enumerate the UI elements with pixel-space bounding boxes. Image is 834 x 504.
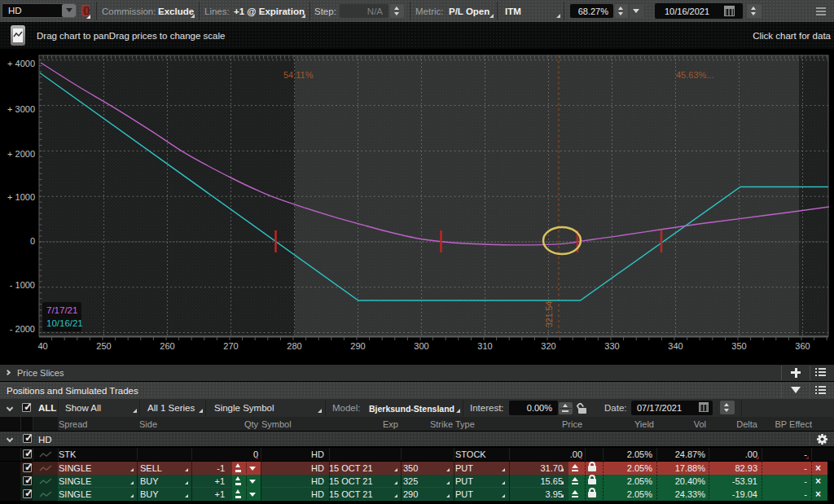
svg-text:+ 3000: + 3000 (7, 104, 35, 114)
svg-text:40: 40 (37, 341, 47, 351)
svg-text:45.63%...: 45.63%... (676, 70, 713, 80)
svg-text:340: 340 (668, 341, 683, 351)
svg-text:300: 300 (414, 341, 428, 351)
svg-text:- 1000: - 1000 (10, 280, 35, 290)
svg-text:0: 0 (30, 236, 35, 246)
svg-text:310: 310 (477, 341, 492, 351)
svg-text:+ 1000: + 1000 (7, 192, 35, 202)
svg-text:7/17/21: 7/17/21 (46, 305, 77, 315)
svg-text:270: 270 (223, 341, 238, 351)
svg-text:10/16/21: 10/16/21 (46, 318, 83, 328)
svg-text:321.54: 321.54 (544, 301, 554, 327)
svg-text:- 2000: - 2000 (10, 324, 35, 334)
svg-text:250: 250 (96, 341, 111, 351)
svg-text:290: 290 (350, 341, 365, 351)
svg-text:320: 320 (541, 341, 555, 351)
svg-text:280: 280 (287, 341, 301, 351)
svg-text:330: 330 (604, 341, 619, 351)
svg-text:260: 260 (160, 341, 174, 351)
svg-text:+ 2000: + 2000 (7, 149, 35, 159)
svg-text:+ 4000: + 4000 (7, 59, 35, 68)
svg-text:360: 360 (795, 341, 810, 351)
svg-text:350: 350 (731, 341, 746, 351)
svg-text:54.11%: 54.11% (283, 70, 314, 80)
